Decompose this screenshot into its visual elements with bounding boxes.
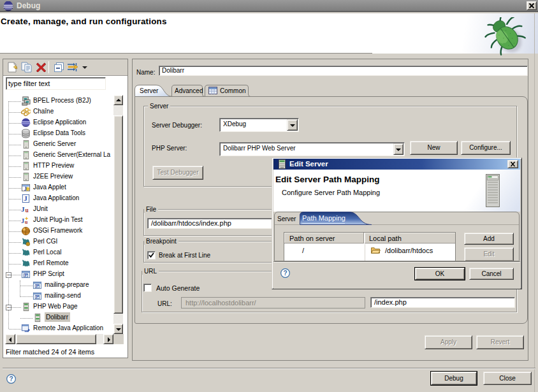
svg-text:?: ? xyxy=(283,270,287,277)
svg-text:?: ? xyxy=(9,375,13,382)
